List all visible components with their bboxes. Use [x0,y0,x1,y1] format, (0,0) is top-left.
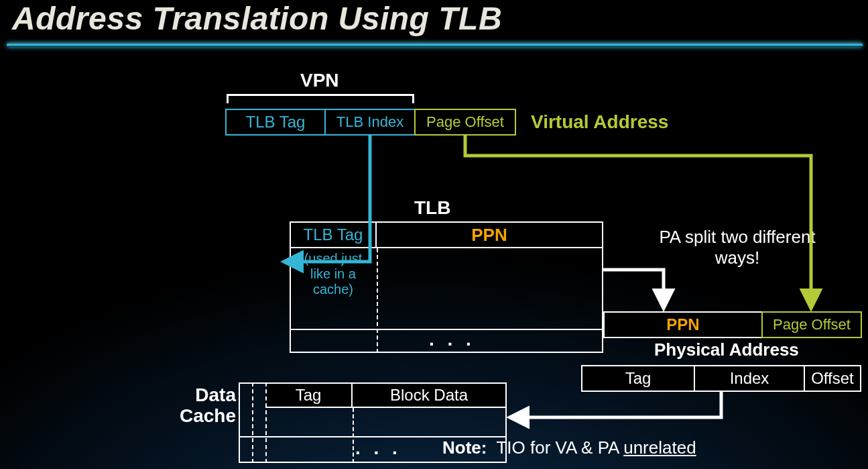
pa-tag: Tag [581,365,695,392]
tlb-title: TLB [414,197,450,219]
pa-label: Physical Address [654,340,799,360]
pa-ppn-text: PPN [666,315,699,334]
va-label: Virtual Address [531,111,668,133]
vpn-bracket [227,94,414,103]
arrow-pa-to-cache [511,392,721,417]
cache-col-divider [353,408,354,463]
footer-note-text: TIO for VA & PA [496,437,623,458]
cache-header-data: Block Data [351,382,507,408]
slide: Address Translation Using TLB VPN TLB Ta… [0,0,868,469]
cache-header-tag: Tag [265,382,353,408]
page-title: Address Translation Using TLB [12,0,502,37]
pa-offset: Offset [804,365,861,392]
vpn-label: VPN [300,70,339,91]
tlb-ellipsis: . . . [429,329,475,350]
pa-ppn: PPN [603,311,763,338]
arrow-ppn-to-pa [603,270,664,307]
cache-dashed-1 [252,382,253,463]
va-page-offset: Page Offset [414,109,516,136]
tlb-header-tag: TLB Tag [290,221,377,248]
pa-index: Index [694,365,805,392]
va-tlb-index: TLB Index [324,109,416,136]
tlb-header-tag-text: TLB Tag [304,225,363,244]
cache-label: Data Cache [156,385,236,427]
title-rule [7,43,863,47]
tlb-note: (used just like in a cache) [292,251,374,297]
tlb-header-ppn-cell: PPN [375,221,603,248]
footer-note-bold: Note: [442,437,487,458]
va-tlb-tag: TLB Tag [225,109,326,136]
cache-ellipsis: . . . [355,437,401,459]
cache-dashed-2 [265,382,267,463]
footer-note-underline: unrelated [623,437,696,458]
tlb-dashed-divider [377,248,378,353]
pa-hint: PA split two different ways! [643,227,831,268]
tlb-header-ppn-text: PPN [471,225,507,246]
pa-page-offset: Page Offset [761,311,862,338]
footer-note: Note: TIO for VA & PA unrelated [442,437,696,458]
